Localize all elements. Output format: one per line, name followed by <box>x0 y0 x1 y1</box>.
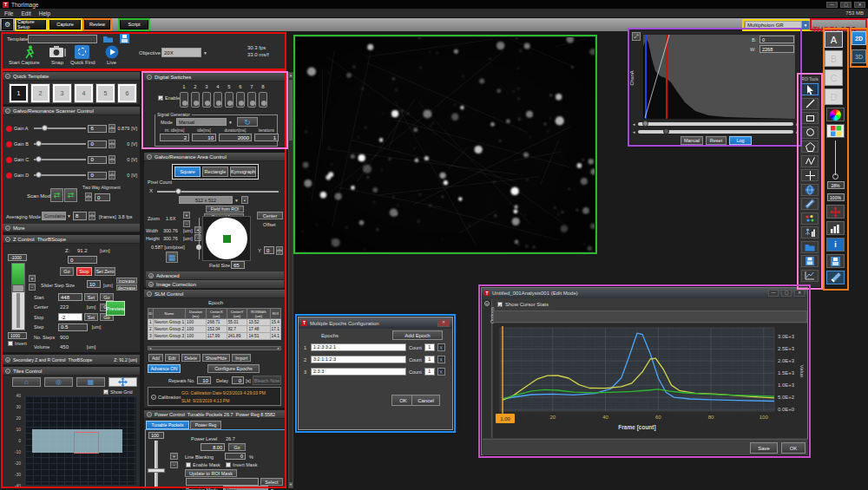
enable-checkbox[interactable]: ✓Enable <box>158 95 180 101</box>
digital-switch-toggle[interactable] <box>191 92 200 108</box>
center-button[interactable]: Center <box>257 212 283 219</box>
digital-switch-toggle[interactable] <box>259 92 267 108</box>
ruler-icon[interactable] <box>801 198 819 210</box>
digital-switch-toggle[interactable] <box>214 92 222 108</box>
crosshair-icon[interactable] <box>801 169 819 181</box>
scrollbar-thumb[interactable] <box>289 80 293 140</box>
digital-switch-toggle[interactable] <box>202 92 211 108</box>
run-icon[interactable] <box>23 45 35 59</box>
collapse-icon[interactable]: − <box>5 108 10 114</box>
y-offset-spinner[interactable]: +− <box>276 246 283 255</box>
quick-template-slot[interactable]: 4 <box>75 84 93 102</box>
select-button[interactable]: Select <box>260 478 283 486</box>
set-button[interactable]: Set <box>84 293 98 301</box>
frames-field[interactable]: 8 <box>73 212 87 220</box>
close-icon[interactable]: ✕ <box>794 290 805 297</box>
target-icon[interactable]: ◎ <box>44 377 73 387</box>
power-slider-thumb[interactable] <box>148 468 165 473</box>
scan-mode-icon[interactable]: ⇄ <box>50 188 63 202</box>
z-minus-button[interactable]: - <box>29 284 36 291</box>
gain-slider-thumb[interactable] <box>36 156 42 162</box>
slider-step-field[interactable]: 10 <box>87 280 101 288</box>
reset-button[interactable]: Reset <box>706 136 727 145</box>
log-button[interactable]: Log <box>729 136 752 145</box>
remove-epoch-button[interactable]: X <box>437 356 445 363</box>
save-button[interactable]: Save <box>750 442 778 454</box>
set-zero-button[interactable]: Set Zero <box>95 267 115 276</box>
maximize-icon[interactable]: ▢ <box>781 290 792 297</box>
z-slider-thumb[interactable] <box>12 284 24 292</box>
collapse-icon[interactable]: − <box>151 395 156 400</box>
pan-arrows-icon[interactable] <box>826 205 845 219</box>
height-minus-button[interactable]: - <box>194 234 201 241</box>
advance-toggle-button[interactable]: Advance ON <box>148 364 181 373</box>
view-3d-button[interactable]: 3D <box>852 49 866 63</box>
color-wheel-icon[interactable] <box>826 108 845 121</box>
white-slider[interactable]: ◄ ► <box>632 129 799 135</box>
minimize-icon[interactable]: — <box>826 2 838 8</box>
info-icon[interactable]: i <box>826 238 845 252</box>
gear-icon[interactable]: ⚙ <box>2 19 13 30</box>
start-capture-button[interactable]: Start Capture <box>9 60 40 65</box>
gain-slider[interactable] <box>34 159 86 160</box>
chevron-down-icon[interactable]: ▼ <box>228 120 233 125</box>
quick-find-button[interactable]: Quick Find <box>70 60 95 65</box>
slm-delete-button[interactable]: Delete <box>181 354 201 362</box>
close-icon[interactable]: ✕ <box>854 2 865 8</box>
z-row-field[interactable]: 448 <box>58 293 82 301</box>
manual-button[interactable]: Manual <box>681 136 703 145</box>
chevron-down-icon[interactable]: ▼ <box>67 213 71 219</box>
collapse-icon[interactable]: − <box>5 74 10 79</box>
collapse-icon[interactable]: − <box>5 237 10 242</box>
area-shape-button[interactable]: Square <box>174 167 201 177</box>
power-minus-button[interactable]: - <box>170 461 178 468</box>
color-grid-icon[interactable] <box>826 124 845 138</box>
epoch-table-scrollbar[interactable]: ◄► <box>148 346 281 350</box>
epoch-table-row[interactable]: 3Neuron Group 3100117.99241.8914.5114.1 <box>148 333 281 340</box>
tab-review[interactable]: Review <box>84 19 110 29</box>
delay-field[interactable]: 0 <box>232 376 244 384</box>
offset-y-thumb[interactable] <box>196 245 201 250</box>
gain-spinner[interactable]: +− <box>108 171 115 180</box>
epoch-sequence-field[interactable]: 2:3:3 <box>311 368 406 376</box>
field-from-roi-button[interactable]: Field from ROI <box>206 206 244 212</box>
close-icon[interactable]: ✕ <box>437 319 450 327</box>
menu-file[interactable]: File <box>4 10 13 16</box>
invert-checkbox[interactable]: Invert <box>8 341 27 346</box>
annotate-pencil-icon[interactable] <box>826 271 845 284</box>
decrease-button[interactable]: decrease <box>116 284 137 291</box>
scan-region-marker[interactable] <box>223 235 231 243</box>
power-slider[interactable] <box>155 441 158 487</box>
dialog-title-bar[interactable]: T Multiple Epochs Configuration ✕ <box>299 317 452 329</box>
folder-open-icon[interactable] <box>102 34 114 43</box>
two-way-field[interactable]: 0 <box>95 193 110 201</box>
z-goto-field[interactable]: 0 <box>68 256 97 264</box>
live-button[interactable]: Live <box>107 60 116 65</box>
increase-button[interactable]: increase <box>116 278 137 284</box>
gain-slider[interactable] <box>34 143 86 145</box>
tiles-current-tile[interactable] <box>74 432 99 454</box>
analysis-title-bar[interactable]: T Untitled_001Analysis001 (Edit Mode) — … <box>482 288 807 298</box>
image-correction-bar[interactable]: +Image Correction <box>146 280 284 289</box>
offset-y-slider[interactable] <box>199 218 200 259</box>
quick-find-icon[interactable] <box>75 45 89 59</box>
channel-B-button[interactable]: B <box>825 50 843 67</box>
roi-colors-icon[interactable] <box>801 212 819 225</box>
enable-mask-checkbox[interactable]: Enable Mask <box>186 462 220 467</box>
tab-power-reg[interactable]: Power Reg <box>190 421 221 429</box>
channel-C-button[interactable]: C <box>825 69 843 86</box>
white-slider-thumb[interactable] <box>663 128 669 134</box>
arrow-left-icon[interactable]: ◄ <box>632 122 635 127</box>
remove-epoch-button[interactable]: X <box>437 343 445 351</box>
save-icon[interactable] <box>120 34 129 43</box>
mode-dropdown[interactable]: Manual <box>176 118 227 126</box>
zoom-minus-button[interactable]: - <box>183 220 190 227</box>
signal-field-value[interactable]: 1 <box>254 134 279 141</box>
dialog-cancel-button[interactable]: Cancel <box>411 395 440 406</box>
slm-add-button[interactable]: Add <box>148 354 163 362</box>
tab-capture-setup[interactable]: Capture Setup <box>16 19 46 29</box>
resolution-lock-button[interactable]: • <box>241 196 248 204</box>
live-icon[interactable] <box>105 45 119 59</box>
scan-mode-icon[interactable]: ⇄ <box>64 188 77 202</box>
collapse-icon[interactable]: − <box>147 154 152 160</box>
